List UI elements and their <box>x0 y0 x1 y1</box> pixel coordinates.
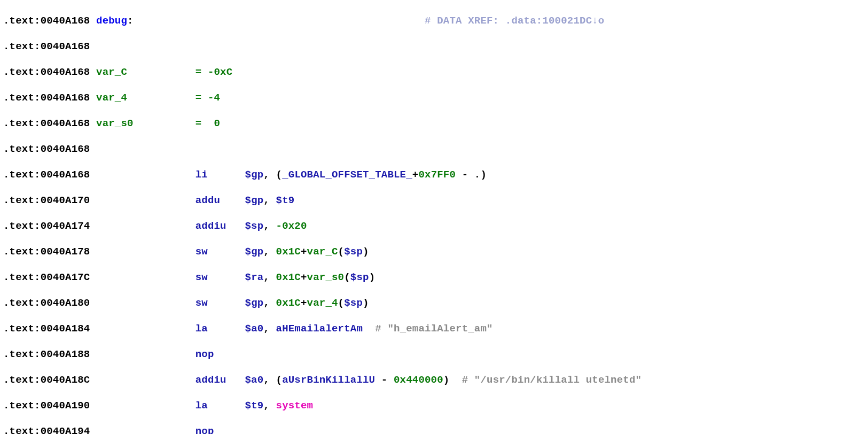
disassembly-listing[interactable]: .text:0040A168 debug: # DATA XREF: .data… <box>0 0 868 434</box>
function-label[interactable]: debug <box>96 15 127 27</box>
mnemonic: li <box>196 169 208 181</box>
asm-line[interactable]: .text:0040A168 var_C = -0xC <box>0 66 868 79</box>
stack-var[interactable]: var_4 <box>96 92 127 104</box>
asm-line[interactable]: .text:0040A168 debug: # DATA XREF: .data… <box>0 14 868 27</box>
symbol[interactable]: _GLOBAL_OFFSET_TABLE_ <box>282 169 412 181</box>
symbol-function[interactable]: system <box>276 400 314 412</box>
stack-var[interactable]: var_s0 <box>96 118 134 129</box>
asm-line[interactable]: .text:0040A17C sw $ra, 0x1C+var_s0($sp) <box>0 271 868 284</box>
asm-line[interactable]: .text:0040A194 nop <box>0 425 868 434</box>
asm-line[interactable]: .text:0040A168 <box>0 143 868 156</box>
asm-line[interactable]: .text:0040A178 sw $gp, 0x1C+var_C($sp) <box>0 245 868 258</box>
asm-line[interactable]: .text:0040A174 addiu $sp, -0x20 <box>0 220 868 232</box>
asm-line[interactable]: .text:0040A168 li $gp, (_GLOBAL_OFFSET_T… <box>0 168 868 181</box>
asm-line[interactable]: .text:0040A184 la $a0, aHEmailalertAm # … <box>0 322 868 335</box>
comment: # "h_emailAlert_am" <box>375 323 492 335</box>
symbol[interactable]: aUsrBinKillallU <box>282 374 375 386</box>
stack-var[interactable]: var_C <box>96 66 127 78</box>
asm-line[interactable]: .text:0040A168 var_4 = -4 <box>0 91 868 104</box>
addr-prefix: .text: <box>3 15 41 27</box>
symbol[interactable]: aHEmailalertAm <box>276 323 363 335</box>
asm-line[interactable]: .text:0040A180 sw $gp, 0x1C+var_4($sp) <box>0 297 868 309</box>
asm-line[interactable]: .text:0040A190 la $t9, system <box>0 399 868 412</box>
asm-line[interactable]: .text:0040A188 nop <box>0 348 868 361</box>
asm-line[interactable]: .text:0040A170 addu $gp, $t9 <box>0 194 868 207</box>
xref-comment: # DATA XREF: .data:100021DC↓o <box>425 15 604 27</box>
comment: # "/usr/bin/killall utelnetd" <box>462 374 642 386</box>
register: $gp <box>245 169 264 181</box>
asm-line[interactable]: .text:0040A168 <box>0 40 868 53</box>
addr: 0040A168 <box>41 15 90 27</box>
asm-line[interactable]: .text:0040A168 var_s0 = 0 <box>0 117 868 130</box>
asm-line[interactable]: .text:0040A18C addiu $a0, (aUsrBinKillal… <box>0 374 868 386</box>
